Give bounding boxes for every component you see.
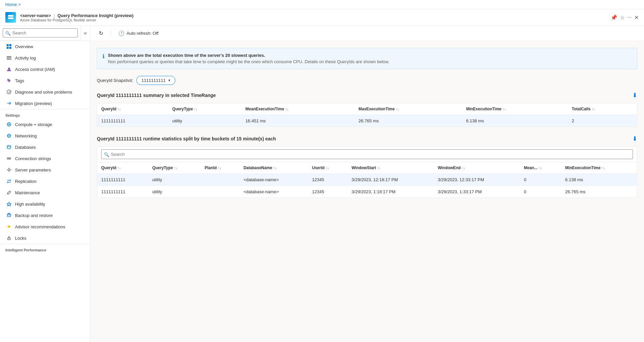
info-icon: ℹ (103, 53, 105, 64)
access-control-icon (6, 67, 12, 72)
runtime-search-row: 🔍 (97, 147, 637, 162)
auto-refresh-button[interactable]: 🕐 Auto refresh: Off (115, 29, 162, 38)
chevron-down-icon: ▾ (168, 78, 170, 83)
sidebar-item-overview[interactable]: Overview (0, 41, 90, 52)
sidebar-label-overview: Overview (15, 44, 33, 49)
advisor-icon (6, 224, 12, 229)
tags-icon (6, 78, 12, 83)
sidebar-item-connection-strings[interactable]: Connection strings (0, 153, 90, 164)
maintenance-icon (6, 190, 12, 195)
sidebar-item-advisor[interactable]: Advisor recommendations (0, 221, 90, 232)
col-min-exec[interactable]: MinExecutionTime ↑↓ (462, 103, 568, 115)
col-mean-exec[interactable]: MeanExecutionTime ↑↓ (241, 103, 354, 115)
sidebar-collapse-button[interactable]: « (80, 26, 90, 40)
activity-log-icon (6, 55, 12, 61)
svg-point-13 (8, 124, 10, 125)
more-icon[interactable]: ··· (627, 14, 632, 20)
history-icon: 🕐 (118, 30, 125, 36)
settings-section-label: Settings (0, 109, 90, 119)
rt-col-query-id[interactable]: QueryId ↑↓ (97, 162, 148, 174)
rt-cell-db-name-1: <database-name> (239, 186, 308, 198)
sidebar-item-access-control[interactable]: Access control (IAM) (0, 64, 90, 75)
sidebar-item-networking[interactable]: Networking (0, 130, 90, 141)
breadcrumb-home[interactable]: Home (5, 2, 17, 7)
sidebar-item-compute-storage[interactable]: Compute + storage (0, 119, 90, 130)
col-max-exec[interactable]: MaxExecutionTime ↑↓ (354, 103, 462, 115)
sidebar-item-locks[interactable]: Locks (0, 232, 90, 244)
backup-restore-icon (6, 213, 12, 218)
sidebar-item-activity-log[interactable]: Activity log (0, 52, 90, 64)
sidebar-item-backup-restore[interactable]: Backup and restore (0, 210, 90, 221)
high-availability-icon (6, 201, 12, 207)
sidebar-label-diagnose: Diagnose and solve problems (15, 90, 72, 95)
rt-col-plan-id[interactable]: PlanId ↑↓ (201, 162, 239, 174)
rt-cell-min-exec-1: 26.765 ms (561, 186, 637, 198)
refresh-icon: ↻ (99, 30, 103, 36)
sidebar-item-maintenance[interactable]: Maintenance (0, 187, 90, 198)
rt-col-min-exec[interactable]: MinExecutionTime ↑↓ (561, 162, 637, 174)
snapshot-select[interactable]: 1111111111 ▾ (136, 76, 175, 85)
sidebar-items: Overview Activity log Access control (IA… (0, 41, 90, 342)
svg-rect-5 (9, 47, 11, 49)
svg-rect-3 (9, 44, 11, 46)
page-title: <server-name> | Query Performance Insigh… (20, 13, 133, 18)
sidebar-label-server-parameters: Server parameters (15, 167, 51, 173)
rt-col-query-type[interactable]: QueryType ↑↓ (148, 162, 201, 174)
connection-strings-icon (6, 156, 12, 161)
svg-rect-1 (8, 17, 13, 19)
server-parameters-icon (6, 167, 12, 173)
sidebar-label-activity-log: Activity log (15, 55, 36, 61)
rt-col-window-end[interactable]: WindowEnd ↑↓ (434, 162, 520, 174)
summary-download-icon[interactable]: ⬇ (632, 92, 637, 99)
cell-query-type: utility (168, 115, 241, 127)
cell-max-exec: 26.765 ms (354, 115, 462, 127)
favorite-icon[interactable]: ☆ (620, 14, 625, 21)
runtime-download-icon[interactable]: ⬇ (632, 135, 637, 142)
sidebar-label-databases: Databases (15, 145, 36, 150)
content-area: ↻ 🕐 Auto refresh: Off ℹ Shown above are … (90, 26, 644, 342)
breadcrumb: Home > (0, 0, 644, 9)
sidebar-item-diagnose[interactable]: Diagnose and solve problems (0, 86, 90, 98)
page-header: <server-name> | Query Performance Insigh… (0, 9, 644, 26)
col-query-id[interactable]: QueryId ↑↓ (97, 103, 168, 115)
svg-rect-24 (8, 238, 10, 240)
svg-rect-7 (7, 58, 11, 58)
sidebar-item-replication[interactable]: Replication (0, 176, 90, 187)
svg-rect-4 (7, 47, 9, 49)
sidebar-item-high-availability[interactable]: High availability (0, 198, 90, 210)
runtime-table-wrap: 🔍 QueryId ↑↓ QueryType ↑↓ PlanId ↑↓ Data… (97, 146, 637, 198)
rt-col-window-start[interactable]: WindowStart ↑↓ (348, 162, 434, 174)
locks-icon (6, 235, 12, 241)
summary-section-title: QueryId 1111111111 summary in selected T… (97, 93, 216, 98)
col-query-type[interactable]: QueryType ↑↓ (168, 103, 241, 115)
close-icon[interactable]: ✕ (634, 14, 639, 21)
summary-section-header: QueryId 1111111111 summary in selected T… (97, 92, 637, 99)
networking-icon (6, 133, 12, 138)
rt-col-user-id[interactable]: UserId ↑↓ (308, 162, 347, 174)
search-input[interactable] (3, 28, 78, 37)
rt-col-mean[interactable]: Mean... ↑↓ (520, 162, 561, 174)
rt-cell-query-type-0: utility (148, 174, 201, 186)
migration-icon (6, 101, 12, 106)
sidebar-item-tags[interactable]: Tags (0, 75, 90, 86)
svg-point-19 (9, 158, 11, 159)
snapshot-label: QueryId Snapshot: (97, 78, 133, 83)
search-icon: 🔍 (5, 30, 11, 35)
svg-rect-22 (7, 214, 11, 217)
runtime-search-input[interactable] (101, 149, 633, 159)
svg-rect-0 (8, 15, 13, 17)
sidebar-item-migration[interactable]: Migration (preview) (0, 98, 90, 109)
sidebar-item-databases[interactable]: Databases (0, 141, 90, 153)
col-total-calls[interactable]: TotalCalls ↑↓ (568, 103, 637, 115)
rt-col-db-name[interactable]: DatabaseName ↑↓ (239, 162, 308, 174)
summary-table: QueryId ↑↓ QueryType ↑↓ MeanExecutionTim… (97, 103, 637, 127)
svg-point-21 (8, 169, 10, 171)
summary-table-header-row: QueryId ↑↓ QueryType ↑↓ MeanExecutionTim… (97, 103, 637, 115)
svg-point-18 (7, 158, 9, 159)
info-banner-text: Shown above are the total execution time… (108, 53, 389, 64)
svg-point-11 (7, 90, 11, 94)
sidebar-item-server-parameters[interactable]: Server parameters (0, 164, 90, 176)
refresh-button[interactable]: ↻ (96, 28, 107, 38)
sidebar-label-tags: Tags (15, 78, 24, 83)
pin-icon[interactable]: 📌 (611, 14, 617, 21)
